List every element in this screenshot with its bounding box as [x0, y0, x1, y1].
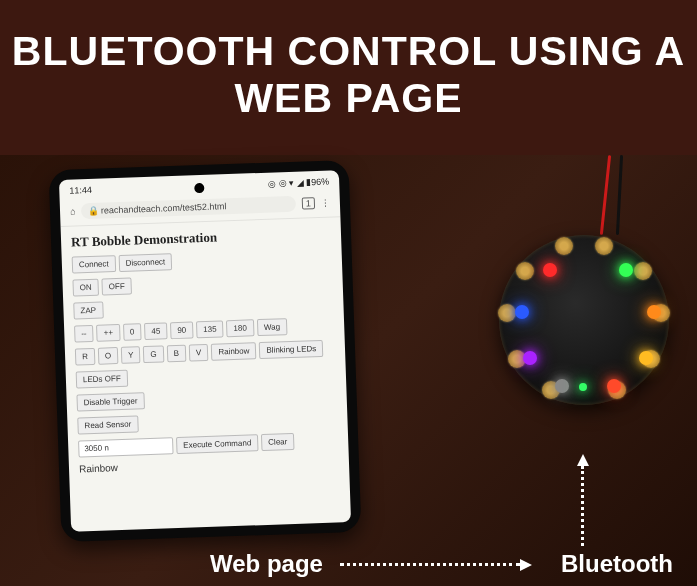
- neopixel-led: [543, 263, 557, 277]
- zap-button[interactable]: ZAP: [73, 302, 103, 320]
- connector-pad: [555, 237, 573, 255]
- color-b-button[interactable]: B: [166, 345, 186, 363]
- status-led: [579, 383, 587, 391]
- wag-button[interactable]: Wag: [257, 318, 288, 336]
- connect-button[interactable]: Connect: [72, 255, 116, 274]
- home-icon[interactable]: ⌂: [70, 206, 76, 216]
- neopixel-led: [607, 379, 621, 393]
- read-sensor-button[interactable]: Read Sensor: [77, 415, 138, 434]
- wire-red: [600, 155, 611, 235]
- menu-icon[interactable]: ⋮: [321, 198, 330, 208]
- angle-dec-button[interactable]: --: [74, 325, 94, 343]
- web-page-content: RT Bobble Demonstration Connect Disconne…: [61, 217, 350, 483]
- angle-180-button[interactable]: 180: [226, 319, 254, 337]
- clear-button[interactable]: Clear: [261, 433, 295, 451]
- angle-90-button[interactable]: 90: [170, 321, 193, 339]
- wire-black: [616, 155, 623, 235]
- angle-45-button[interactable]: 45: [144, 322, 167, 340]
- connector-pad: [516, 262, 534, 280]
- leds-off-button[interactable]: LEDs OFF: [76, 370, 128, 389]
- color-o-button[interactable]: O: [98, 347, 119, 365]
- color-v-button[interactable]: V: [189, 344, 209, 362]
- neopixel-led: [555, 379, 569, 393]
- clock: 11:44: [69, 185, 92, 196]
- arrow-head-h: [520, 559, 532, 571]
- neopixel-led: [619, 263, 633, 277]
- command-input[interactable]: [78, 437, 174, 457]
- web-page-label: Web page: [210, 550, 323, 578]
- connector-pad: [498, 304, 516, 322]
- connector-pad: [634, 262, 652, 280]
- disconnect-button[interactable]: Disconnect: [118, 253, 172, 272]
- angle-inc-button[interactable]: ++: [96, 324, 120, 342]
- url-field[interactable]: 🔒 reachandteach.com/test52.html: [81, 196, 296, 219]
- arrow-line-h: [340, 563, 520, 566]
- rainbow-button[interactable]: Rainbow: [211, 342, 257, 361]
- bluetooth-label: Bluetooth: [561, 550, 673, 578]
- blinking-leds-button[interactable]: Blinking LEDs: [259, 340, 323, 359]
- smartphone: 11:44 ◎ ◎ ▾ ◢ ▮96% ⌂ 🔒 reachandteach.com…: [49, 160, 362, 542]
- on-button[interactable]: ON: [72, 279, 99, 297]
- arrow-head-v: [577, 454, 589, 466]
- angle-135-button[interactable]: 135: [196, 320, 224, 338]
- page-title: RT Bobble Demonstration: [71, 226, 331, 251]
- angle-0-button[interactable]: 0: [123, 323, 142, 341]
- photo-scene: 11:44 ◎ ◎ ▾ ◢ ▮96% ⌂ 🔒 reachandteach.com…: [0, 155, 697, 586]
- off-button[interactable]: OFF: [101, 278, 132, 296]
- color-g-button[interactable]: G: [143, 345, 164, 363]
- neopixel-led: [639, 351, 653, 365]
- disable-trigger-button[interactable]: Disable Trigger: [76, 392, 144, 411]
- neopixel-led: [515, 305, 529, 319]
- bluetooth-device-board: [499, 235, 669, 405]
- execute-command-button[interactable]: Execute Command: [176, 434, 259, 454]
- neopixel-led: [523, 351, 537, 365]
- status-icons: ◎ ◎ ▾ ◢ ▮96%: [268, 177, 329, 189]
- neopixel-led: [647, 305, 661, 319]
- phone-screen: 11:44 ◎ ◎ ▾ ◢ ▮96% ⌂ 🔒 reachandteach.com…: [59, 170, 351, 532]
- main-title: BLUETOOTH CONTROL USING A WEB PAGE: [0, 0, 697, 122]
- lock-icon: 🔒: [87, 206, 98, 216]
- color-y-button[interactable]: Y: [121, 346, 141, 364]
- connector-pad: [595, 237, 613, 255]
- output-text: Rainbow: [79, 454, 339, 474]
- tab-count[interactable]: 1: [302, 197, 315, 209]
- color-r-button[interactable]: R: [75, 348, 95, 366]
- arrow-line-v: [581, 466, 584, 546]
